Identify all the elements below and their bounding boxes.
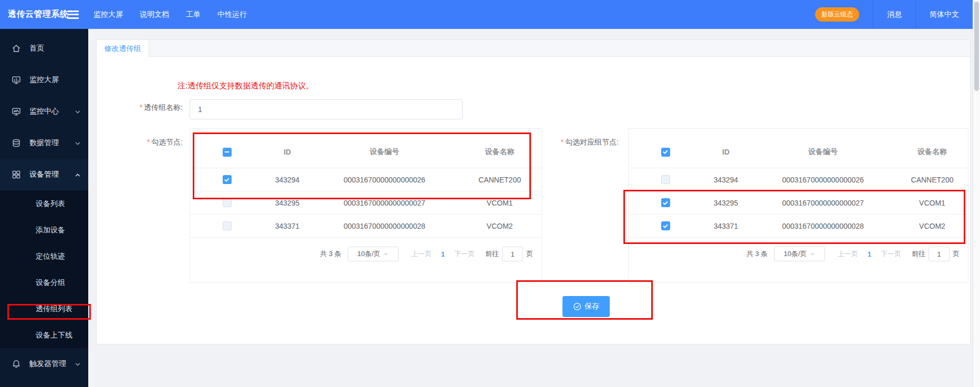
chevron-down-icon <box>810 251 815 257</box>
nodes-table: ID 设备编号 设备名称 343294 00031670000000000026… <box>190 128 542 283</box>
sidebar-subitem-device-list[interactable]: 设备列表 <box>0 190 88 217</box>
row-checkbox-checked[interactable] <box>661 221 670 230</box>
select-nodes-label: *勾选节点: <box>114 138 183 147</box>
big-screen-icon <box>12 75 21 85</box>
scrollbar-thumb[interactable] <box>974 2 979 91</box>
database-icon <box>12 138 21 148</box>
sidebar-item-label: 监控中心 <box>29 107 59 116</box>
tab-bar <box>97 40 970 57</box>
cell-id: 343295 <box>264 199 311 207</box>
pagination: 共 3 条 10条/页 上一页 1 下一页 前往 页 <box>746 247 960 261</box>
cell-id: 343294 <box>702 176 749 184</box>
sidebar-item-data-management[interactable]: 数据管理 <box>0 127 88 159</box>
pagination-total: 共 3 条 <box>320 249 341 259</box>
new-cloud-config-button[interactable]: 新版云组态 <box>815 7 859 22</box>
table-row: 343294 00031670000000000026 CANNET200 <box>190 168 541 191</box>
cell-id: 343371 <box>702 222 749 230</box>
nav-item-workorder[interactable]: 工单 <box>186 10 201 19</box>
page-scrollbar[interactable] <box>973 0 980 387</box>
nav-item-monitor-screen[interactable]: 监控大屏 <box>93 10 123 19</box>
select-all-checkbox-checked[interactable] <box>661 148 670 157</box>
goto-page-input[interactable] <box>929 247 950 261</box>
group-name-input[interactable] <box>190 99 463 119</box>
protocol-note: 注:透传组仅支持数据透传的通讯协议。 <box>178 81 314 91</box>
sidebar-item-label: 首页 <box>29 44 44 53</box>
nav-item-docs[interactable]: 说明文档 <box>140 10 169 19</box>
language-switcher[interactable]: 简体中文 <box>916 10 973 19</box>
select-all-checkbox-indeterminate[interactable] <box>223 148 232 157</box>
sidebar-subitem-device-group[interactable]: 设备分组 <box>0 269 88 296</box>
sidebar-subitem-passthrough-group-list[interactable]: 透传组列表 <box>0 296 88 322</box>
main-content: 修改透传组 注:透传组仅支持数据透传的通讯协议。 *透传组名称: *勾选节点: … <box>88 29 973 387</box>
page-size-select[interactable]: 10条/页 <box>348 247 399 261</box>
hamburger-menu-icon[interactable] <box>67 8 80 20</box>
sidebar-item-label: 触发器管理 <box>29 359 66 369</box>
table-row: 343295 00031670000000000027 VCOM1 <box>629 191 968 215</box>
chevron-up-icon <box>75 171 81 178</box>
goto-unit-label: 页 <box>526 249 533 259</box>
column-header-name: 设备名称 <box>896 147 968 157</box>
cell-name: VCOM2 <box>896 222 968 230</box>
prev-page-button[interactable]: 上一页 <box>411 249 432 259</box>
table-header-row: ID 设备编号 设备名称 <box>629 129 968 168</box>
pagination: 共 3 条 10条/页 上一页 1 下一页 前往 页 <box>320 247 533 261</box>
cell-code: 00031670000000000027 <box>311 199 458 207</box>
chevron-down-icon <box>75 361 81 367</box>
cell-code: 00031670000000000028 <box>311 222 458 230</box>
home-icon <box>12 44 21 53</box>
group-name-label: *透传组名称: <box>114 103 183 113</box>
current-page-number[interactable]: 1 <box>868 250 871 258</box>
save-button[interactable]: 保存 <box>562 296 610 317</box>
cell-name: CANNET200 <box>896 176 968 184</box>
row-checkbox-checked[interactable] <box>661 198 670 207</box>
sidebar-subitem-device-online-offline[interactable]: 设备上下线 <box>0 322 88 348</box>
sidebar-item-trigger-management[interactable]: 触发器管理 <box>0 348 88 380</box>
cell-name: VCOM1 <box>458 199 541 207</box>
device-management-submenu: 设备列表 添加设备 定位轨迹 设备分组 透传组列表 设备上下线 <box>0 190 88 348</box>
prev-page-button[interactable]: 上一页 <box>838 249 858 259</box>
page-size-select[interactable]: 10条/页 <box>774 247 825 261</box>
sidebar-item-device-management[interactable]: 设备管理 <box>0 159 88 190</box>
cell-code: 00031670000000000026 <box>311 176 458 184</box>
nav-item-neutral-run[interactable]: 中性运行 <box>217 10 247 19</box>
cell-id: 343295 <box>702 199 749 207</box>
cell-name: CANNET200 <box>458 176 541 184</box>
next-page-button[interactable]: 下一页 <box>881 249 901 259</box>
app-logo: 透传云管理系统 <box>8 0 69 29</box>
table-row: 343295 00031670000000000027 VCOM1 <box>190 191 541 215</box>
tab-edit-passthrough-group[interactable]: 修改透传组 <box>97 40 149 57</box>
cell-id: 343371 <box>264 222 311 230</box>
required-asterisk: * <box>147 138 150 146</box>
goto-page-input[interactable] <box>502 247 523 261</box>
goto-label: 前往 <box>912 249 925 259</box>
chevron-down-icon <box>383 251 389 257</box>
row-checkbox-unchecked[interactable] <box>223 221 232 230</box>
row-checkbox-unchecked[interactable] <box>223 198 232 207</box>
cell-code: 00031670000000000026 <box>749 176 896 184</box>
cell-code: 00031670000000000027 <box>749 199 896 207</box>
row-checkbox-checked[interactable] <box>223 175 232 184</box>
cell-id: 343294 <box>264 176 311 184</box>
sidebar-item-big-screen[interactable]: 监控大屏 <box>0 64 88 96</box>
monitor-center-icon <box>12 107 21 116</box>
table-row: 343294 00031670000000000026 CANNET200 <box>629 168 968 191</box>
current-page-number[interactable]: 1 <box>441 250 445 258</box>
grid-icon <box>12 170 21 179</box>
required-asterisk: * <box>561 138 564 146</box>
sidebar-subitem-add-device[interactable]: 添加设备 <box>0 217 88 243</box>
cell-code: 00031670000000000028 <box>749 222 896 230</box>
column-header-id: ID <box>264 148 311 156</box>
sidebar-item-label: 监控大屏 <box>29 75 59 85</box>
sidebar-item-monitor-center[interactable]: 监控中心 <box>0 96 88 127</box>
cell-name: VCOM2 <box>458 222 541 230</box>
sidebar-subitem-location-track[interactable]: 定位轨迹 <box>0 243 88 269</box>
required-asterisk: * <box>140 103 142 111</box>
top-menu: 监控大屏 说明文档 工单 中性运行 <box>93 0 247 29</box>
sidebar-item-home[interactable]: 首页 <box>0 33 88 64</box>
cell-name: VCOM1 <box>896 199 968 207</box>
messages-button[interactable]: 消息 <box>873 10 915 19</box>
pagination-total: 共 3 条 <box>746 249 767 259</box>
next-page-button[interactable]: 下一页 <box>454 249 475 259</box>
row-checkbox-unchecked[interactable] <box>661 175 670 184</box>
chevron-down-icon <box>75 140 81 146</box>
